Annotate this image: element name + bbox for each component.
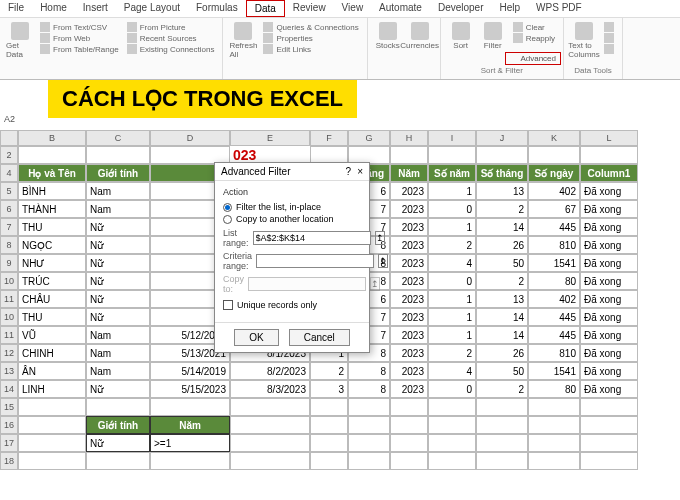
cell-name[interactable]: CHINH <box>18 344 86 362</box>
cell-songay[interactable]: 1541 <box>528 362 580 380</box>
col-header[interactable]: Họ và Tên <box>18 164 86 182</box>
tab-data[interactable]: Data <box>246 0 285 17</box>
cell-sothang[interactable]: 50 <box>476 254 528 272</box>
cell[interactable] <box>18 416 86 434</box>
cell-sothang[interactable]: 26 <box>476 236 528 254</box>
cell-status[interactable]: Đã xong <box>580 344 638 362</box>
row-header[interactable]: 18 <box>0 452 18 470</box>
cell-name[interactable]: THU <box>18 218 86 236</box>
cell-name[interactable]: CHÂU <box>18 290 86 308</box>
clear-button[interactable]: Clear <box>511 22 557 32</box>
cell[interactable] <box>390 452 428 470</box>
cell-ngay[interactable]: 2 <box>310 362 348 380</box>
cell-thang[interactable]: 8 <box>348 380 390 398</box>
cell-sex[interactable]: Nữ <box>86 272 150 290</box>
cell-sothang[interactable]: 14 <box>476 308 528 326</box>
cell-sonam[interactable]: 0 <box>428 380 476 398</box>
tab-view[interactable]: View <box>334 0 372 17</box>
cell[interactable] <box>86 146 150 164</box>
row-header[interactable]: 4 <box>0 164 18 182</box>
name-box[interactable]: A2 <box>4 114 15 124</box>
cell-sonam[interactable]: 1 <box>428 182 476 200</box>
cell-date1[interactable]: 5/14/2019 <box>150 362 230 380</box>
refresh-button[interactable]: Refresh All <box>229 22 257 59</box>
cell-sothang[interactable]: 2 <box>476 380 528 398</box>
row-header[interactable]: 11 <box>0 290 18 308</box>
cell[interactable] <box>230 452 310 470</box>
cell[interactable] <box>150 398 230 416</box>
recent-sources-button[interactable]: Recent Sources <box>125 33 217 43</box>
cell-sex[interactable]: Nữ <box>86 254 150 272</box>
cell[interactable] <box>428 146 476 164</box>
close-button[interactable]: × <box>357 166 363 177</box>
cell-nam[interactable]: 2023 <box>390 182 428 200</box>
cell-songay[interactable]: 80 <box>528 272 580 290</box>
cell-sothang[interactable]: 50 <box>476 362 528 380</box>
cell[interactable] <box>390 146 428 164</box>
cell[interactable] <box>18 434 86 452</box>
radio-inplace[interactable]: Filter the list, in-place <box>223 201 361 213</box>
cell-sex[interactable]: Nam <box>86 362 150 380</box>
cell-sex[interactable]: Nữ <box>86 380 150 398</box>
cell-nam[interactable]: 2023 <box>390 218 428 236</box>
cell-songay[interactable]: 445 <box>528 308 580 326</box>
ok-button[interactable]: OK <box>234 329 278 346</box>
cell-sex[interactable]: Nữ <box>86 308 150 326</box>
cell[interactable] <box>348 452 390 470</box>
criteria-range-input[interactable] <box>256 254 374 268</box>
cell-status[interactable]: Đã xong <box>580 200 638 218</box>
row-header[interactable]: 2 <box>0 146 18 164</box>
range-picker-icon[interactable]: ↥ <box>375 231 385 245</box>
cell-name[interactable]: NGỌC <box>18 236 86 254</box>
row-header[interactable]: 8 <box>0 236 18 254</box>
row-header[interactable]: 6 <box>0 200 18 218</box>
cell[interactable] <box>390 416 428 434</box>
cell[interactable] <box>390 398 428 416</box>
tab-review[interactable]: Review <box>285 0 334 17</box>
cell[interactable] <box>348 434 390 452</box>
sort-button[interactable]: Sort <box>447 22 475 50</box>
cell-songay[interactable]: 810 <box>528 344 580 362</box>
cell[interactable] <box>18 398 86 416</box>
cell[interactable] <box>348 416 390 434</box>
tab-insert[interactable]: Insert <box>75 0 116 17</box>
cell[interactable] <box>18 452 86 470</box>
cell[interactable] <box>310 416 348 434</box>
cell[interactable] <box>528 146 580 164</box>
cell[interactable] <box>310 398 348 416</box>
cell-status[interactable]: Đã xong <box>580 380 638 398</box>
range-picker-icon[interactable]: ↥ <box>378 254 388 268</box>
cell-date2[interactable]: 8/3/2023 <box>230 380 310 398</box>
cell[interactable] <box>580 434 638 452</box>
cancel-button[interactable]: Cancel <box>289 329 350 346</box>
row-header[interactable]: 15 <box>0 398 18 416</box>
tab-file[interactable]: File <box>0 0 32 17</box>
cell-sonam[interactable]: 1 <box>428 326 476 344</box>
col-E[interactable]: E <box>230 130 310 146</box>
cell-sothang[interactable]: 13 <box>476 182 528 200</box>
queries-button[interactable]: Queries & Connections <box>261 22 360 32</box>
col-header[interactable]: Năm <box>390 164 428 182</box>
col-header[interactable]: Số tháng <box>476 164 528 182</box>
cell-nam[interactable]: 2023 <box>390 254 428 272</box>
cell[interactable] <box>150 452 230 470</box>
reapply-button[interactable]: Reapply <box>511 33 557 43</box>
cell-sex[interactable]: Nữ <box>86 236 150 254</box>
cell-status[interactable]: Đã xong <box>580 182 638 200</box>
criteria-header[interactable]: Năm <box>150 416 230 434</box>
cell-nam[interactable]: 2023 <box>390 380 428 398</box>
col-I[interactable]: I <box>428 130 476 146</box>
cell-songay[interactable]: 445 <box>528 326 580 344</box>
cell-sonam[interactable]: 1 <box>428 308 476 326</box>
cell-sonam[interactable]: 0 <box>428 272 476 290</box>
cell-name[interactable]: VŨ <box>18 326 86 344</box>
cell-nam[interactable]: 2023 <box>390 362 428 380</box>
col-K[interactable]: K <box>528 130 580 146</box>
cell-songay[interactable]: 67 <box>528 200 580 218</box>
from-text-button[interactable]: From Text/CSV <box>38 22 121 32</box>
cell[interactable] <box>348 398 390 416</box>
cell[interactable] <box>230 416 310 434</box>
cell[interactable] <box>528 416 580 434</box>
radio-copy[interactable]: Copy to another location <box>223 213 361 225</box>
cell-songay[interactable]: 810 <box>528 236 580 254</box>
